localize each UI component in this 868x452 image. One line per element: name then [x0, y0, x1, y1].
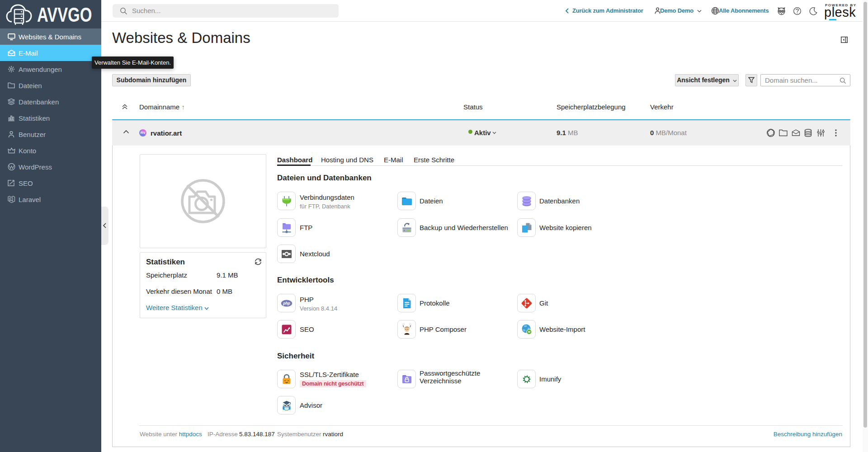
- svg-text:php: php: [283, 301, 290, 306]
